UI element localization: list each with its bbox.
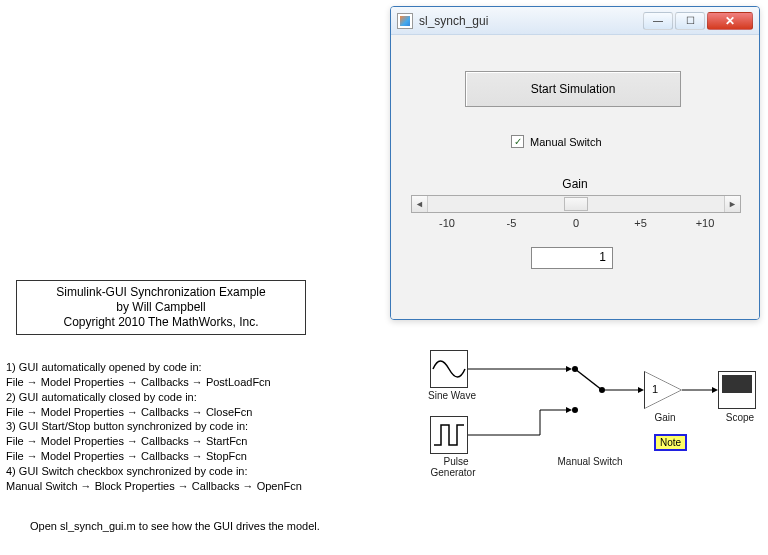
- gain-slider: ◄ ► -10 -5 0 +5 +10: [411, 195, 741, 229]
- minimize-button[interactable]: —: [643, 12, 673, 30]
- gain-label: Gain: [391, 177, 759, 191]
- notes-annotation: 1) GUI automatically opened by code in: …: [6, 360, 302, 494]
- tick-plus-10: +10: [685, 217, 725, 229]
- gui-client-area: Start Simulation ✓ Manual Switch Gain ◄ …: [391, 35, 759, 319]
- tick-minus-5: -5: [492, 217, 532, 229]
- slider-left-arrow-icon[interactable]: ◄: [412, 196, 428, 212]
- scope-screen-icon: [722, 375, 752, 393]
- note-3b: File → Model Properties → Callbacks → St…: [6, 449, 302, 464]
- title-annotation: Simulink-GUI Synchronization Example by …: [16, 280, 306, 335]
- manual-switch-checkbox-row: ✓ Manual Switch: [511, 135, 602, 148]
- start-simulation-button[interactable]: Start Simulation: [465, 71, 681, 107]
- scope-block[interactable]: [718, 371, 756, 409]
- gain-scrollbar[interactable]: ◄ ►: [411, 195, 741, 213]
- pulse-generator-label-2: Generator: [418, 467, 488, 478]
- window-title: sl_synch_gui: [419, 14, 488, 28]
- note-4: 4) GUI Switch checkbox synchronized by c…: [6, 464, 302, 479]
- note-2a: File → Model Properties → Callbacks → Cl…: [6, 405, 302, 420]
- tick-0: 0: [556, 217, 596, 229]
- tick-minus-10: -10: [427, 217, 467, 229]
- manual-switch-label-block: Manual Switch: [550, 456, 630, 467]
- manual-switch-label: Manual Switch: [530, 136, 602, 148]
- svg-point-9: [599, 387, 605, 393]
- tick-plus-5: +5: [621, 217, 661, 229]
- note-1a: File → Model Properties → Callbacks → Po…: [6, 375, 302, 390]
- slider-right-arrow-icon[interactable]: ►: [724, 196, 740, 212]
- simulink-diagram: Sine Wave Pulse Generator Manual Switch …: [430, 340, 760, 540]
- svg-line-8: [575, 369, 602, 390]
- gain-label-block: Gain: [650, 412, 680, 423]
- gain-triangle-inner: [645, 372, 681, 408]
- note-3a: File → Model Properties → Callbacks → St…: [6, 434, 302, 449]
- gain-block[interactable]: 1: [644, 371, 682, 409]
- slider-ticks: -10 -5 0 +5 +10: [411, 217, 741, 229]
- matlab-icon: [397, 13, 413, 29]
- anno-line1: Simulink-GUI Synchronization Example: [23, 285, 299, 300]
- manual-switch-checkbox[interactable]: ✓: [511, 135, 524, 148]
- note-3: 3) GUI Start/Stop button synchronized by…: [6, 419, 302, 434]
- svg-point-6: [572, 366, 578, 372]
- pulse-generator-label-1: Pulse: [428, 456, 484, 467]
- wires: [430, 340, 760, 540]
- anno-line2: by Will Campbell: [23, 300, 299, 315]
- close-button[interactable]: ✕: [707, 12, 753, 30]
- note-annotation[interactable]: Note: [654, 434, 687, 451]
- slider-track[interactable]: [428, 196, 724, 212]
- gain-value: 1: [652, 383, 658, 395]
- note-1: 1) GUI automatically opened by code in:: [6, 360, 302, 375]
- svg-point-7: [572, 407, 578, 413]
- open-file-annotation: Open sl_synch_gui.m to see how the GUI d…: [30, 520, 320, 532]
- window-controls: — ☐ ✕: [643, 12, 753, 30]
- titlebar[interactable]: sl_synch_gui — ☐ ✕: [391, 7, 759, 35]
- gui-window: sl_synch_gui — ☐ ✕ Start Simulation ✓ Ma…: [390, 6, 760, 320]
- gain-value-input[interactable]: 1: [531, 247, 613, 269]
- svg-marker-5: [566, 407, 572, 413]
- svg-marker-1: [566, 366, 572, 372]
- anno-line3: Copyright 2010 The MathWorks, Inc.: [23, 315, 299, 330]
- sine-wave-block[interactable]: [430, 350, 468, 388]
- maximize-button[interactable]: ☐: [675, 12, 705, 30]
- slider-thumb[interactable]: [564, 197, 588, 211]
- note-2: 2) GUI automatically closed by code in:: [6, 390, 302, 405]
- note-4a: Manual Switch → Block Properties → Callb…: [6, 479, 302, 494]
- pulse-generator-block[interactable]: [430, 416, 468, 454]
- sine-wave-label: Sine Wave: [424, 390, 480, 401]
- scope-label: Scope: [720, 412, 760, 423]
